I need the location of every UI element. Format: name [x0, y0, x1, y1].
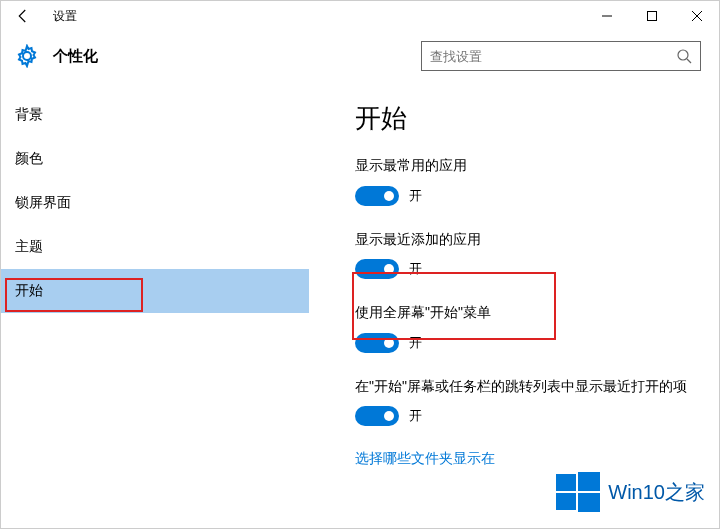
toggle-state: 开 — [409, 334, 422, 352]
sidebar-item-lockscreen[interactable]: 锁屏界面 — [1, 181, 309, 225]
svg-rect-5 — [578, 472, 600, 491]
sidebar-item-label: 锁屏界面 — [15, 194, 71, 212]
toggle-state: 开 — [409, 407, 422, 425]
sidebar-item-themes[interactable]: 主题 — [1, 225, 309, 269]
choose-folders-link[interactable]: 选择哪些文件夹显示在 — [355, 450, 689, 468]
setting-label: 显示最近添加的应用 — [355, 230, 689, 250]
sidebar-item-label: 颜色 — [15, 150, 43, 168]
setting-label: 使用全屏幕"开始"菜单 — [355, 303, 689, 323]
close-button[interactable] — [674, 1, 719, 31]
setting-fullscreen-start: 使用全屏幕"开始"菜单 开 — [355, 303, 689, 353]
svg-line-3 — [687, 59, 691, 63]
sidebar-item-label: 背景 — [15, 106, 43, 124]
sidebar-item-label: 开始 — [15, 282, 43, 300]
svg-rect-6 — [556, 493, 576, 510]
toggle-fullscreen-start[interactable] — [355, 333, 399, 353]
search-box[interactable] — [421, 41, 701, 71]
sidebar: 背景 颜色 锁屏界面 主题 开始 — [1, 85, 309, 529]
sidebar-item-background[interactable]: 背景 — [1, 93, 309, 137]
main-heading: 开始 — [355, 101, 689, 136]
toggle-most-used-apps[interactable] — [355, 186, 399, 206]
svg-rect-7 — [578, 493, 600, 512]
svg-point-2 — [678, 50, 688, 60]
setting-recently-added: 显示最近添加的应用 开 — [355, 230, 689, 280]
search-icon — [676, 48, 692, 64]
toggle-state: 开 — [409, 187, 422, 205]
maximize-button[interactable] — [629, 1, 674, 31]
sidebar-item-start[interactable]: 开始 — [1, 269, 309, 313]
setting-label: 在"开始"屏幕或任务栏的跳转列表中显示最近打开的项 — [355, 377, 689, 397]
toggle-jumplists[interactable] — [355, 406, 399, 426]
setting-label: 显示最常用的应用 — [355, 156, 689, 176]
svg-rect-1 — [647, 12, 656, 21]
gear-icon — [15, 44, 39, 68]
svg-rect-4 — [556, 474, 576, 491]
watermark-text: Win10之家 — [608, 479, 705, 506]
back-button[interactable] — [11, 4, 35, 28]
main-panel: 开始 显示最常用的应用 开 显示最近添加的应用 开 使用全屏幕"开始"菜单 开 — [309, 85, 719, 529]
page-title: 个性化 — [53, 47, 98, 66]
toggle-recently-added[interactable] — [355, 259, 399, 279]
setting-most-used-apps: 显示最常用的应用 开 — [355, 156, 689, 206]
search-input[interactable] — [430, 49, 676, 64]
window-title: 设置 — [53, 8, 77, 25]
watermark: Win10之家 — [556, 470, 705, 514]
minimize-button[interactable] — [584, 1, 629, 31]
windows-logo-icon — [556, 470, 600, 514]
sidebar-item-label: 主题 — [15, 238, 43, 256]
sidebar-item-colors[interactable]: 颜色 — [1, 137, 309, 181]
setting-jumplists: 在"开始"屏幕或任务栏的跳转列表中显示最近打开的项 开 — [355, 377, 689, 427]
toggle-state: 开 — [409, 260, 422, 278]
